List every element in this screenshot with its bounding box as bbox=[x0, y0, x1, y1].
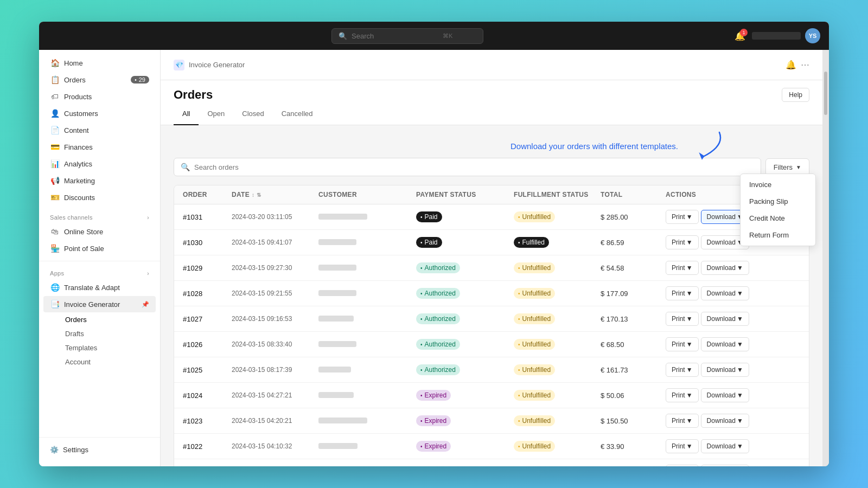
print-chevron-icon: ▼ bbox=[686, 366, 693, 374]
sales-channels-arrow[interactable]: › bbox=[147, 215, 149, 221]
order-number[interactable]: #1025 bbox=[183, 366, 232, 374]
sidebar-item-finances[interactable]: 💳 Finances bbox=[43, 139, 156, 155]
download-button[interactable]: Download ▼ bbox=[701, 363, 749, 377]
orders-content: Download your orders with different temp… bbox=[161, 125, 822, 466]
download-button[interactable]: Download ▼ bbox=[701, 465, 749, 466]
bell-icon[interactable]: 🔔 bbox=[786, 60, 796, 70]
print-button[interactable]: Print ▼ bbox=[666, 388, 699, 402]
help-button[interactable]: Help bbox=[782, 88, 809, 102]
order-number[interactable]: #1029 bbox=[183, 264, 232, 272]
download-chevron-icon: ▼ bbox=[737, 290, 743, 297]
svg-marker-0 bbox=[697, 152, 705, 160]
order-number[interactable]: #1022 bbox=[183, 442, 232, 451]
print-button[interactable]: Print ▼ bbox=[666, 363, 699, 377]
more-icon[interactable]: ⋯ bbox=[801, 60, 809, 70]
download-button[interactable]: Download ▼ bbox=[701, 414, 749, 428]
download-button[interactable]: Download ▼ bbox=[701, 388, 749, 402]
sidebar-sub-drafts[interactable]: Drafts bbox=[59, 327, 156, 341]
print-button[interactable]: Print ▼ bbox=[666, 414, 699, 428]
payment-status: Paid bbox=[416, 211, 514, 222]
order-number[interactable]: #1026 bbox=[183, 341, 232, 349]
tab-closed[interactable]: Closed bbox=[233, 102, 272, 125]
print-chevron-icon: ▼ bbox=[686, 264, 693, 272]
customer-cell bbox=[318, 264, 416, 272]
sidebar-item-marketing[interactable]: 📢 Marketing bbox=[43, 172, 156, 189]
print-button[interactable]: Print ▼ bbox=[666, 286, 699, 300]
download-button[interactable]: Download ▼ bbox=[701, 312, 749, 326]
tab-open[interactable]: Open bbox=[199, 102, 233, 125]
search-icon: 🔍 bbox=[339, 32, 347, 40]
order-date: 2024-03-15 08:33:40 bbox=[232, 341, 318, 348]
dropdown-item-credit-note[interactable]: Credit Note bbox=[741, 210, 815, 227]
sidebar-sub-account[interactable]: Account bbox=[59, 355, 156, 369]
print-button[interactable]: Print ▼ bbox=[666, 439, 699, 453]
fulfillment-badge: Unfulfilled bbox=[514, 211, 555, 222]
order-date: 2024-03-20 03:11:05 bbox=[232, 213, 318, 221]
table-row: #1024 2024-03-15 04:27:21 Expired Unfulf… bbox=[174, 383, 809, 408]
payment-status: Paid bbox=[416, 237, 514, 248]
payment-status: Authorized bbox=[416, 313, 514, 324]
order-number[interactable]: #1027 bbox=[183, 315, 232, 323]
sidebar-item-home[interactable]: 🏠 Home bbox=[43, 55, 156, 71]
download-button[interactable]: Download ▼ bbox=[701, 286, 749, 300]
tab-all[interactable]: All bbox=[174, 102, 199, 125]
order-number[interactable]: #1024 bbox=[183, 391, 232, 400]
print-button[interactable]: Print ▼ bbox=[666, 337, 699, 351]
customer-cell bbox=[318, 391, 416, 400]
sidebar-settings[interactable]: ⚙️ Settings bbox=[39, 442, 160, 458]
print-chevron-icon: ▼ bbox=[686, 315, 693, 323]
sort-icon-2[interactable]: ⇅ bbox=[257, 192, 261, 198]
topbar-user[interactable]: Shopify User YS bbox=[752, 28, 820, 43]
print-button[interactable]: Print ▼ bbox=[666, 261, 699, 275]
sidebar-item-invoice-generator[interactable]: 📑 Invoice Generator 📌 bbox=[43, 296, 156, 312]
apps-arrow[interactable]: › bbox=[147, 271, 149, 277]
sidebar-item-discounts[interactable]: 🎫 Discounts bbox=[43, 189, 156, 206]
print-button[interactable]: Print ▼ bbox=[666, 235, 699, 249]
topbar-right: 🔔 1 Shopify User YS bbox=[735, 28, 820, 43]
payment-badge: Authorized bbox=[416, 339, 460, 350]
sidebar-item-orders[interactable]: 📋 Orders 29 bbox=[43, 72, 156, 88]
topbar-search-input[interactable] bbox=[352, 32, 438, 40]
sidebar-item-customers[interactable]: 👤 Customers bbox=[43, 105, 156, 121]
sidebar-sub-orders[interactable]: Orders bbox=[59, 313, 156, 326]
dropdown-item-return-form[interactable]: Return Form bbox=[741, 227, 815, 243]
scrollbar-track[interactable] bbox=[822, 50, 829, 466]
dropdown-item-invoice[interactable]: Invoice bbox=[741, 176, 815, 193]
topbar-avatar[interactable]: YS bbox=[805, 28, 820, 43]
order-date: 2024-03-15 09:16:53 bbox=[232, 315, 318, 323]
settings-icon: ⚙️ bbox=[50, 446, 59, 454]
sidebar-item-online-store[interactable]: 🛍 Online Store bbox=[43, 223, 156, 240]
scrollbar-thumb[interactable] bbox=[824, 72, 827, 115]
fulfillment-status: Unfulfilled bbox=[514, 390, 601, 401]
order-number[interactable]: #1023 bbox=[183, 417, 232, 425]
sidebar-item-products[interactable]: 🏷 Products bbox=[43, 88, 156, 105]
order-number[interactable]: #1031 bbox=[183, 213, 232, 221]
order-date: 2024-03-15 08:17:39 bbox=[232, 366, 318, 374]
sidebar-item-label: Products bbox=[64, 93, 149, 101]
filter-chevron-icon: ▼ bbox=[796, 164, 801, 170]
order-number[interactable]: #1030 bbox=[183, 239, 232, 247]
tab-cancelled[interactable]: Cancelled bbox=[273, 102, 322, 125]
topbar-username: Shopify User bbox=[752, 32, 801, 40]
sidebar-item-translate-adapt[interactable]: 🌐 Translate & Adapt bbox=[43, 279, 156, 296]
order-number[interactable]: #1028 bbox=[183, 290, 232, 298]
payment-badge: Authorized bbox=[416, 364, 460, 375]
topbar-search[interactable]: 🔍 ⌘K bbox=[331, 28, 483, 44]
notification-icon[interactable]: 🔔 1 bbox=[735, 31, 745, 41]
download-button[interactable]: Download ▼ bbox=[701, 439, 749, 453]
print-button[interactable]: Print ▼ bbox=[666, 210, 699, 224]
print-button[interactable]: Print ▼ bbox=[666, 465, 699, 466]
sidebar-item-analytics[interactable]: 📊 Analytics bbox=[43, 156, 156, 172]
print-button[interactable]: Print ▼ bbox=[666, 312, 699, 326]
sidebar-item-pos[interactable]: 🏪 Point of Sale bbox=[43, 240, 156, 256]
download-button[interactable]: Download ▼ bbox=[701, 337, 749, 351]
sidebar-item-content[interactable]: 📄 Content bbox=[43, 122, 156, 138]
topbar: 🔍 ⌘K 🔔 1 Shopify User YS bbox=[39, 22, 829, 50]
sidebar-sub-templates[interactable]: Templates bbox=[59, 341, 156, 355]
search-input[interactable] bbox=[194, 163, 754, 171]
sort-icon[interactable]: ↕ bbox=[252, 192, 254, 198]
translate-icon: 🌐 bbox=[50, 283, 60, 292]
download-button[interactable]: Download ▼ bbox=[701, 261, 749, 275]
fulfillment-badge: Unfulfilled bbox=[514, 441, 555, 452]
dropdown-item-packing-slip[interactable]: Packing Slip bbox=[741, 193, 815, 210]
